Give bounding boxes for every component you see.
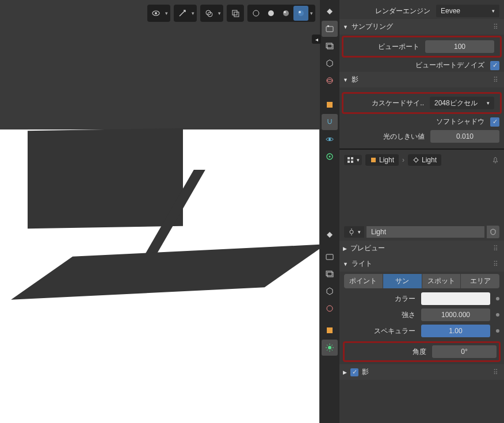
light-threshold-label: 光のしきい値 — [344, 132, 428, 142]
viewport-3d[interactable]: ▾ ▾ ▾ ▾ ◂ — [0, 0, 320, 423]
gizmo-menu[interactable] — [175, 6, 190, 21]
svg-rect-4 — [232, 10, 237, 15]
chevron-down-icon[interactable]: ▾ — [163, 6, 169, 21]
viewport-header-toolbar: ▾ ▾ ▾ ▾ — [147, 5, 315, 22]
tab-scene[interactable] — [322, 55, 338, 71]
sampling-section-header[interactable]: ▼ サンプリング ⠿ — [339, 19, 504, 35]
light-section-header[interactable]: ▼ ライト ⠿ — [339, 256, 504, 272]
chevron-down-icon[interactable]: ▾ — [190, 6, 196, 21]
tab-scene-2[interactable] — [322, 283, 338, 299]
tab-physics[interactable] — [322, 131, 338, 147]
shading-solid[interactable] — [264, 6, 278, 21]
light-type-area[interactable]: エリア — [461, 274, 499, 288]
chevron-down-icon: ▾ — [492, 8, 495, 14]
overlay-menu[interactable] — [201, 6, 216, 21]
breadcrumb-data[interactable]: Light — [408, 154, 441, 166]
triangle-down-icon: ▼ — [343, 24, 348, 30]
anim-dot[interactable] — [496, 313, 499, 317]
tab-output-2[interactable] — [322, 249, 338, 265]
xray-toggle[interactable] — [228, 6, 243, 21]
tab-object-2[interactable] — [322, 322, 338, 338]
svg-rect-17 — [327, 102, 333, 108]
svg-point-9 — [284, 11, 286, 13]
render-engine-dropdown[interactable]: Eevee ▾ — [436, 5, 499, 17]
svg-point-18 — [329, 138, 331, 140]
angle-field[interactable]: 0° — [432, 345, 497, 358]
shading-material[interactable] — [278, 6, 293, 21]
light-threshold-field[interactable]: 0.010 — [430, 130, 499, 143]
power-label: 強さ — [344, 310, 418, 320]
svg-point-31 — [327, 306, 333, 311]
shading-rendered[interactable] — [293, 6, 308, 21]
tab-render-2[interactable] — [322, 227, 338, 243]
tab-render[interactable] — [322, 3, 338, 20]
svg-point-16 — [327, 78, 333, 83]
chevron-down-icon: ▾ — [487, 100, 490, 106]
light-type-spot[interactable]: スポット — [422, 274, 461, 288]
anim-dot[interactable] — [496, 297, 499, 300]
tab-object[interactable] — [322, 97, 338, 113]
tab-world-2[interactable] — [322, 300, 338, 317]
visibility-menu[interactable] — [148, 6, 163, 21]
svg-rect-24 — [348, 161, 350, 163]
anim-dot[interactable] — [496, 329, 499, 333]
preview-section-header[interactable]: ▶ プレビュー ⠿ — [339, 241, 504, 256]
color-field[interactable] — [421, 292, 490, 305]
soft-shadow-checkbox[interactable]: ✓ — [490, 117, 499, 127]
editor-type-selector[interactable]: ▾ — [344, 155, 362, 165]
svg-point-11 — [299, 11, 301, 13]
color-label: カラー — [344, 294, 418, 304]
svg-rect-5 — [234, 12, 239, 17]
svg-rect-23 — [351, 157, 353, 159]
light-shadow-section-header[interactable]: ▶ ✓ 影 ⠿ — [339, 364, 504, 380]
pin-icon[interactable] — [491, 156, 499, 164]
tab-viewlayer[interactable] — [322, 38, 338, 54]
tab-output[interactable] — [322, 21, 338, 37]
light-type-point[interactable]: ポイント — [344, 274, 383, 288]
specular-field[interactable]: 1.00 — [421, 325, 490, 337]
viewport-scene — [0, 0, 320, 423]
drag-handle-icon[interactable]: ⠿ — [493, 260, 499, 268]
data-breadcrumb: ▾ Light › Light — [339, 152, 504, 168]
svg-point-1 — [155, 12, 157, 14]
sampling-header-label: サンプリング — [352, 22, 393, 32]
tab-world[interactable] — [322, 73, 338, 89]
cascade-size-dropdown[interactable]: 2048ピクセル ▾ — [430, 97, 494, 109]
cascade-size-highlight: カスケードサイ.. 2048ピクセル ▾ — [342, 92, 502, 114]
breadcrumb-object[interactable]: Light — [365, 154, 399, 166]
drag-handle-icon[interactable]: ⠿ — [493, 368, 499, 376]
light-properties-panel: ▾ Light ▶ プレビュー ⠿ ▼ ライト ⠿ ポイント サン スポット エ… — [320, 223, 504, 423]
svg-point-34 — [350, 230, 353, 234]
tab-viewlayer-2[interactable] — [322, 266, 338, 282]
viewport-denoise-checkbox[interactable]: ✓ — [490, 61, 499, 70]
properties-tab-strip-upper — [320, 0, 339, 223]
light-name-field[interactable]: Light — [366, 226, 484, 238]
svg-point-21 — [329, 156, 331, 158]
power-field[interactable]: 1000.000 — [421, 308, 490, 321]
angle-label: 角度 — [347, 347, 429, 357]
light-shadow-checkbox[interactable]: ✓ — [350, 368, 358, 376]
chevron-down-icon[interactable]: ▾ — [308, 6, 314, 21]
chevron-down-icon[interactable]: ▾ — [216, 6, 222, 21]
fake-user-toggle[interactable] — [487, 226, 499, 238]
chevron-right-icon: › — [402, 156, 404, 164]
drag-handle-icon[interactable]: ⠿ — [493, 23, 499, 31]
tab-light-data[interactable] — [322, 340, 338, 356]
svg-rect-12 — [326, 26, 333, 32]
tab-modifiers[interactable] — [322, 114, 338, 130]
soft-shadow-label: ソフトシャドウ — [344, 117, 488, 127]
viewport-samples-field[interactable]: 100 — [425, 40, 494, 53]
shadow-section-header[interactable]: ▼ 影 ⠿ — [339, 72, 504, 87]
svg-point-27 — [414, 158, 418, 162]
shadow-header-label: 影 — [352, 75, 358, 85]
svg-rect-25 — [351, 161, 353, 163]
drag-handle-icon[interactable]: ⠿ — [493, 245, 499, 253]
drag-handle-icon[interactable]: ⠿ — [493, 76, 499, 84]
light-data-selector[interactable]: ▾ — [344, 226, 364, 238]
triangle-down-icon: ▼ — [343, 77, 348, 83]
tab-constraints[interactable] — [322, 148, 338, 165]
viewport-denoise-label: ビューポートデノイズ — [344, 60, 488, 70]
shading-wireframe[interactable] — [249, 6, 264, 21]
light-type-sun[interactable]: サン — [383, 274, 422, 288]
svg-point-8 — [283, 10, 289, 16]
